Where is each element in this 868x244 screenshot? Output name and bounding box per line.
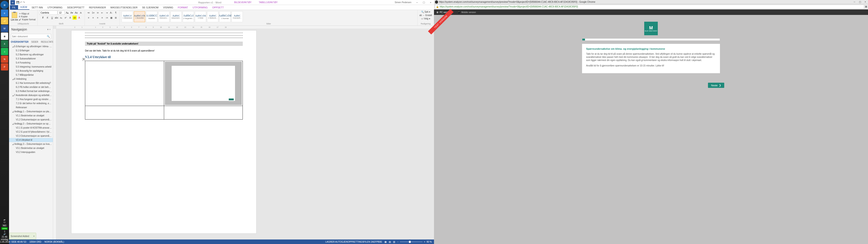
copy-button[interactable]: ⎘ Kopier — [19, 16, 35, 18]
bold-button[interactable]: F — [41, 16, 45, 20]
shading-button[interactable]: ▦ — [109, 16, 113, 20]
nav-heading-item[interactable]: Vedlegg 3 – Dokumentasjon av kvalitative… — [9, 142, 53, 146]
maximize-button[interactable]: ▢ — [421, 0, 427, 5]
mobile-version-tab[interactable]: 📱 Mobile version — [458, 11, 476, 13]
underline-button[interactable]: U — [50, 16, 54, 20]
change-case-button[interactable]: Aa — [74, 11, 78, 15]
start-button[interactable]: ⊞ — [0, 1, 8, 9]
nav-heading-item[interactable]: V1.2 Dokumentasjon av spørsmålene — [9, 118, 53, 122]
nav-heading-item[interactable]: V2.1 E-poster til KOSTRA-ansvarlige og r… — [9, 126, 53, 130]
style-item[interactable]: AaBbCcDDelovers... — [158, 11, 169, 22]
tab-review[interactable]: SE GJENNOM — [140, 5, 161, 10]
close-button[interactable]: × — [427, 0, 434, 5]
line-spacing-button[interactable]: ↕≡ — [105, 16, 109, 20]
document-area[interactable]: 21123456789101112131415161718 Trykk på "… — [53, 26, 434, 240]
chrome-maximize-button[interactable]: ▢ — [857, 0, 863, 4]
taskbar-ie[interactable]: e — [1, 9, 8, 17]
paste-button[interactable]: Lim inn — [11, 12, 18, 21]
nav-heading-item[interactable]: Vedlegg 2 – Dokumentasjon av spørreunder… — [9, 122, 53, 126]
style-item[interactable]: AaBbCcDd1 Normal — [219, 11, 230, 22]
tab-layout[interactable]: SIDEOPPSETT — [65, 5, 87, 10]
qat-save-icon[interactable]: 💾 — [16, 1, 20, 4]
chrome-close-button[interactable]: × — [863, 0, 868, 4]
next-button[interactable]: Neste ❯ — [708, 83, 724, 88]
zoom-out-icon[interactable]: − — [397, 241, 399, 243]
taskbar-chrome[interactable]: ◉ — [1, 33, 8, 40]
tray-volume-icon[interactable]: 🔊 — [3, 233, 6, 235]
strike-button[interactable]: abc — [55, 16, 59, 20]
nav-heading-item[interactable]: V3.2 Intervjuguiden — [9, 150, 53, 154]
nav-tab-pages[interactable]: SIDER — [31, 41, 38, 43]
tray-network-icon[interactable]: ▯ — [4, 230, 5, 233]
tab-table-layout[interactable]: OPPSETT — [210, 5, 226, 10]
borders-button[interactable]: ⊞ — [114, 16, 118, 20]
justify-button[interactable]: ≡ — [100, 16, 104, 20]
find-button[interactable]: 🔍 Søk ▾ — [421, 11, 430, 13]
taskbar-excel[interactable]: X — [1, 40, 8, 48]
font-size-input[interactable] — [58, 11, 65, 15]
taskbar-onenote[interactable]: N — [1, 56, 8, 63]
nav-heading-item[interactable]: V3.1 Beskrivelse av utvalget — [9, 146, 53, 150]
view-print-icon[interactable]: ▦ — [384, 241, 386, 243]
select-button[interactable]: ▭ Velg ▾ — [421, 18, 430, 20]
nav-heading-item[interactable]: 6.3 Hvilket format bør veiledningen ha? — [9, 89, 53, 93]
horizontal-ruler[interactable]: 21123456789101112131415161718 — [56, 26, 434, 29]
view-read-icon[interactable]: ▤ — [389, 241, 391, 243]
sort-button[interactable]: A↓ — [109, 11, 113, 15]
omnibox[interactable]: 🔒 https://system.enalyzer.com/root/surve… — [435, 5, 864, 9]
tray-battery[interactable]: 100% — [1, 227, 8, 230]
style-item[interactable]: AaBbCcDd1 Kilde — [195, 11, 206, 22]
style-item[interactable]: AaBbCcI1 Fargerikh... — [183, 11, 194, 22]
cut-button[interactable]: ✂ Klipp ut — [19, 12, 35, 15]
doc-table[interactable] — [85, 61, 243, 120]
table-move-handle[interactable]: ✥ — [82, 58, 85, 61]
user-name[interactable]: Simen Pedersen — [395, 1, 411, 4]
nav-tab-headings[interactable]: OVERSKRIFTER — [11, 41, 29, 43]
tab-references[interactable]: REFERANSER — [87, 5, 108, 10]
close-icon[interactable]: × — [33, 235, 35, 238]
superscript-button[interactable]: x² — [64, 16, 68, 20]
zoom-level[interactable]: 90 % — [427, 241, 432, 243]
nav-heading-item[interactable]: 5.3 Suksessfaktorer — [9, 57, 53, 61]
nav-heading-item[interactable]: 5.5 Integrering i kommunens arbeid — [9, 65, 53, 69]
qat-undo-icon[interactable]: ↶ — [20, 1, 22, 4]
nav-heading-item[interactable]: 7.1 Hva fungerer godt og mindre godt i k… — [9, 97, 53, 101]
nav-search[interactable]: 🔍 — [11, 34, 51, 39]
highlight-button[interactable]: ab — [72, 16, 76, 20]
style-item[interactable]: AaBbC1 Mellomt... — [207, 11, 218, 22]
shrink-font-button[interactable]: A▾ — [70, 11, 74, 15]
tray-clock[interactable]: 21:45 onsdag 21.05.2014 — [0, 236, 10, 243]
chrome-minimize-button[interactable]: ─ — [852, 0, 857, 4]
screenshot-notification[interactable]: Screenshot Added× — [9, 233, 36, 240]
grow-font-button[interactable]: A▴ — [65, 11, 69, 15]
vertical-ruler[interactable] — [53, 29, 56, 240]
tab-mailings[interactable]: MASSEUTSENDELSER — [108, 5, 140, 10]
nav-tree[interactable]: 5 Erfaringer og utfordringer i klima- og… — [9, 44, 53, 240]
nav-heading-item[interactable]: Vedlegg 1 – Dokumentasjon av planjgennom… — [9, 110, 53, 114]
nav-close-icon[interactable]: ▾ × — [47, 28, 51, 31]
tray-language[interactable]: NO — [2, 224, 7, 227]
nav-search-input[interactable] — [12, 35, 47, 38]
style-item[interactable]: AaBbCdokument... — [170, 11, 182, 22]
nav-heading-item[interactable]: 6.2 På hvilke områder er det behov for b… — [9, 85, 53, 89]
tab-design[interactable]: UTFORMING — [45, 5, 65, 10]
nav-heading-item[interactable]: 6 Veiledning — [9, 77, 53, 81]
embedded-screenshot[interactable] — [165, 62, 242, 105]
format-painter-button[interactable]: 🖌 Kopier format — [19, 18, 35, 21]
nav-heading-item[interactable]: 5.6 Ansvarlig for oppfølging — [9, 69, 53, 73]
nav-heading-item[interactable]: 6.1 Har kommunen fått veiledning? — [9, 81, 53, 85]
clear-formatting-button[interactable]: A̶ — [79, 11, 83, 15]
nav-heading-item[interactable]: 7 Avsluttende diskusjon og anbefalinger — [9, 93, 53, 97]
zoom-control[interactable]: − + 90 % — [397, 241, 432, 243]
taskbar-spotify[interactable]: ♫ — [1, 48, 8, 55]
style-item[interactable]: AaBbCcI1 Bildetekst — [122, 11, 133, 22]
style-item[interactable]: AaBbCOverskrif... — [231, 11, 243, 22]
tab-table-design[interactable]: UTFORMING — [190, 5, 210, 10]
search-icon[interactable]: 🔍 — [47, 35, 50, 38]
font-name-input[interactable] — [39, 11, 57, 15]
text-effects-button[interactable]: A — [68, 16, 72, 20]
align-left-button[interactable]: ≡ — [87, 16, 91, 20]
taskbar-powerpoint[interactable]: P — [1, 63, 8, 70]
view-web-icon[interactable]: ▥ — [393, 241, 395, 243]
decrease-indent-button[interactable]: ⇤ — [100, 11, 104, 15]
